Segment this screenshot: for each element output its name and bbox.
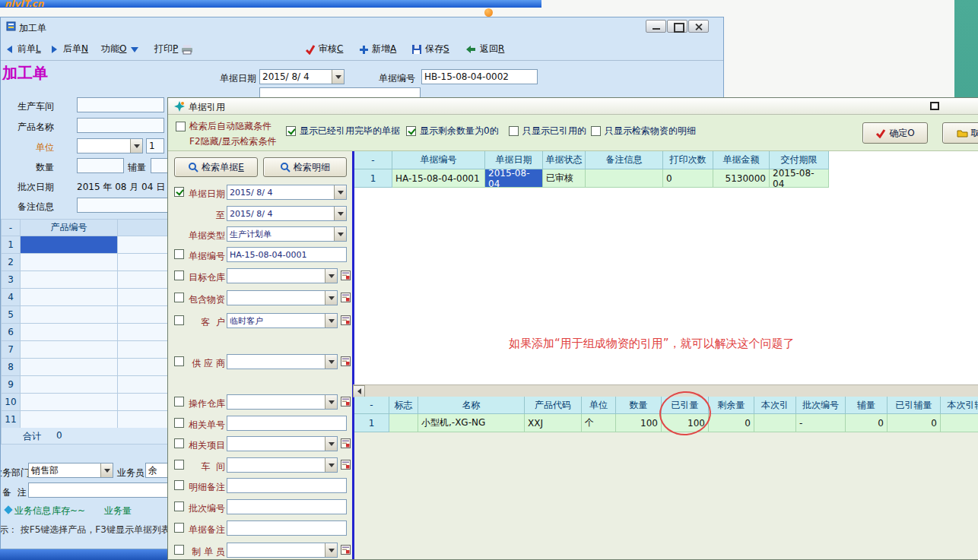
field-checkbox[interactable]: [174, 293, 184, 302]
cell[interactable]: 1: [354, 414, 389, 432]
search-combo[interactable]: [227, 543, 338, 558]
cell[interactable]: [21, 289, 118, 306]
department-combo[interactable]: 销售部: [28, 463, 113, 478]
search-text-field[interactable]: [227, 520, 347, 536]
row-number[interactable]: 7: [2, 341, 21, 359]
checkbox[interactable]: [176, 122, 186, 131]
field-checkbox[interactable]: [174, 271, 184, 280]
lookup-icon[interactable]: [341, 397, 351, 407]
search-text-field[interactable]: HA-15-08-04-0001: [227, 247, 347, 262]
cell[interactable]: [21, 236, 118, 254]
checkbox[interactable]: [509, 126, 519, 136]
workshop-field[interactable]: [77, 97, 164, 112]
dropdown-button[interactable]: [325, 269, 337, 283]
cell[interactable]: [389, 414, 418, 432]
cell[interactable]: 已审核: [543, 169, 586, 188]
lookup-icon[interactable]: [341, 438, 351, 448]
toolbar-button-printer[interactable]: 打印P: [154, 40, 193, 58]
close-button[interactable]: [688, 20, 709, 33]
cancel-button[interactable]: 取消: [942, 122, 978, 144]
maximize-button[interactable]: [667, 20, 687, 33]
field-checkbox[interactable]: [174, 523, 184, 533]
field-checkbox[interactable]: [174, 418, 184, 428]
lookup-icon[interactable]: [341, 315, 351, 325]
cell[interactable]: [118, 236, 170, 254]
note-field[interactable]: [28, 482, 169, 498]
cell[interactable]: [21, 341, 118, 359]
cell[interactable]: [118, 324, 170, 341]
cell[interactable]: [118, 271, 170, 289]
lookup-icon[interactable]: [341, 356, 351, 366]
search-combo[interactable]: 生产计划单: [227, 226, 347, 242]
cell[interactable]: [754, 414, 796, 432]
checkbox[interactable]: [591, 126, 601, 136]
lookup-icon[interactable]: [341, 460, 351, 470]
search-combo[interactable]: [227, 354, 338, 369]
dropdown-button[interactable]: [334, 185, 346, 199]
cell[interactable]: [21, 394, 118, 411]
search-combo[interactable]: [227, 457, 338, 473]
cell[interactable]: 小型机,-XG-NG: [418, 414, 525, 432]
cell[interactable]: 100: [616, 414, 662, 432]
checkbox[interactable]: [406, 126, 416, 136]
row-number[interactable]: 6: [2, 324, 21, 341]
toolbar-button-plus[interactable]: 新增A: [358, 40, 396, 58]
lookup-icon[interactable]: [341, 293, 351, 302]
doc-date-combo[interactable]: 2015/ 8/ 4: [259, 69, 345, 84]
row-number[interactable]: 2: [2, 254, 21, 271]
cell[interactable]: [118, 376, 170, 394]
cell[interactable]: -: [796, 414, 846, 432]
quantity-field[interactable]: [77, 158, 124, 173]
row-number[interactable]: 10: [2, 394, 21, 411]
row-number[interactable]: 3: [2, 271, 21, 289]
cell[interactable]: 0: [846, 414, 888, 432]
dropdown-button[interactable]: [325, 543, 337, 557]
row-number[interactable]: 8: [2, 359, 21, 376]
cell[interactable]: [21, 324, 118, 341]
unit-aux-field[interactable]: 1: [146, 138, 164, 153]
search-combo[interactable]: [227, 436, 338, 451]
search-combo[interactable]: [227, 290, 338, 305]
dropdown-button[interactable]: [325, 395, 337, 409]
cell[interactable]: [21, 254, 118, 271]
aux-quantity-field[interactable]: [151, 158, 169, 173]
horizontal-scrollbar[interactable]: [353, 384, 978, 397]
toolbar-button-check[interactable]: 审核C: [305, 40, 343, 58]
cell[interactable]: [21, 359, 118, 376]
lookup-icon[interactable]: [341, 271, 351, 280]
row-number[interactable]: 5: [2, 306, 21, 324]
cell[interactable]: 2015-08-04: [485, 169, 543, 188]
field-checkbox[interactable]: [174, 249, 184, 259]
toolbar-button-save[interactable]: 保存S: [411, 40, 449, 58]
cell[interactable]: [586, 169, 663, 188]
dropdown-button[interactable]: [334, 207, 346, 220]
cell[interactable]: HA-15-08-04-0001: [392, 169, 485, 188]
search-combo[interactable]: 2015/ 8/ 4: [227, 206, 347, 221]
cell[interactable]: [21, 306, 118, 324]
cell[interactable]: [118, 359, 170, 376]
cell[interactable]: [941, 414, 978, 432]
unit-combo[interactable]: [77, 138, 143, 153]
remark-field[interactable]: [77, 198, 168, 213]
dropdown-button[interactable]: [332, 70, 344, 84]
search-combo[interactable]: [227, 268, 338, 283]
search-combo[interactable]: [227, 394, 338, 410]
dropdown-button[interactable]: [325, 458, 337, 472]
cell[interactable]: 0: [709, 414, 754, 432]
row-number[interactable]: 9: [2, 376, 21, 394]
search-documents-button[interactable]: 检索单据E: [174, 157, 258, 177]
cell[interactable]: [21, 271, 118, 289]
cell[interactable]: 0: [663, 169, 713, 188]
field-checkbox[interactable]: [174, 438, 184, 448]
search-details-button[interactable]: 检索明细: [263, 157, 347, 177]
scroll-left-button[interactable]: [353, 385, 365, 397]
cell[interactable]: [118, 254, 170, 271]
dropdown-button[interactable]: [325, 437, 337, 451]
lookup-icon[interactable]: [341, 545, 351, 555]
cell[interactable]: [21, 411, 118, 429]
field-checkbox[interactable]: [174, 480, 184, 490]
search-combo[interactable]: 临时客户: [227, 313, 338, 328]
search-combo[interactable]: 2015/ 8/ 4: [227, 185, 347, 200]
doc-no-field[interactable]: HB-15-08-04-0002: [421, 69, 538, 84]
toolbar-button-back[interactable]: 返回R: [465, 40, 504, 58]
